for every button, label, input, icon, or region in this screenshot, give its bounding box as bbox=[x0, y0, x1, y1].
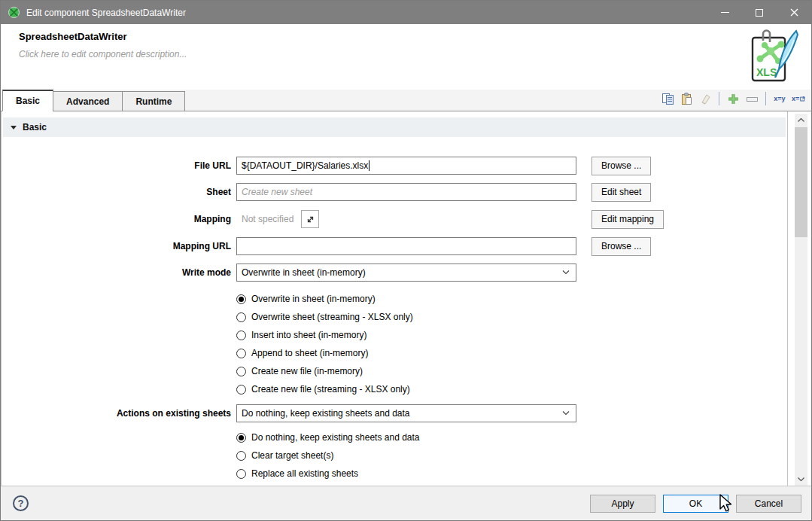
tab-strip: Basic Advanced Runtime bbox=[1, 90, 811, 111]
write-mode-option[interactable]: Create new file (in-memory) bbox=[236, 362, 787, 380]
write-mode-option[interactable]: Overwrite sheet (streaming - XLSX only) bbox=[236, 308, 787, 326]
file-url-label: File URL bbox=[2, 160, 231, 171]
edit-mapping-button[interactable]: Edit mapping bbox=[592, 210, 664, 229]
tab-basic[interactable]: Basic bbox=[2, 90, 53, 111]
basic-tab-panel: Basic File URL ${DATAOUT_DIR}/Salaries.x… bbox=[1, 111, 788, 487]
write-mode-dropdown[interactable]: Overwrite in sheet (in-memory) bbox=[236, 264, 576, 282]
export-value-icon[interactable]: x= bbox=[792, 92, 805, 105]
simple-value-icon[interactable]: x=y bbox=[773, 92, 786, 105]
actions-option[interactable]: Replace all existing sheets bbox=[236, 465, 787, 483]
mapping-url-label: Mapping URL bbox=[2, 241, 231, 251]
mapping-expand-button[interactable] bbox=[301, 210, 319, 228]
mapping-row: Mapping Not specified Edit mapping bbox=[2, 209, 787, 229]
write-mode-option[interactable]: Append to sheet (in-memory) bbox=[236, 344, 787, 362]
component-header: SpreadsheetDataWriter Click here to edit… bbox=[1, 24, 811, 90]
clover-app-icon bbox=[8, 6, 20, 19]
toolbar-separator bbox=[719, 92, 719, 105]
maximize-icon bbox=[756, 9, 763, 17]
actions-option[interactable]: Clear target sheet(s) bbox=[236, 446, 787, 465]
apply-button[interactable]: Apply bbox=[590, 495, 655, 513]
radio-icon bbox=[236, 312, 246, 322]
component-name: SpreadsheetDataWriter bbox=[19, 31, 127, 42]
ok-button[interactable]: OK bbox=[663, 495, 728, 513]
write-mode-label: Write mode bbox=[2, 267, 231, 278]
vertical-scrollbar[interactable] bbox=[795, 114, 807, 486]
maximize-button[interactable] bbox=[742, 1, 777, 24]
erase-icon[interactable] bbox=[698, 92, 712, 105]
radio-icon bbox=[236, 367, 246, 376]
radio-icon bbox=[236, 433, 246, 443]
dialog-footer: ? Apply OK Cancel bbox=[1, 486, 811, 520]
radio-icon bbox=[236, 451, 246, 461]
write-mode-option[interactable]: Insert into sheet (in-memory) bbox=[236, 326, 787, 344]
file-url-browse-button[interactable]: Browse ... bbox=[592, 157, 651, 175]
collapse-arrow-icon bbox=[11, 126, 17, 129]
tab-advanced[interactable]: Advanced bbox=[53, 91, 123, 111]
toolbar-separator bbox=[765, 92, 766, 105]
title-bar[interactable]: Edit component SpreadsheetDataWriter bbox=[1, 1, 811, 24]
mapping-url-input[interactable] bbox=[236, 237, 576, 255]
sheet-label: Sheet bbox=[2, 187, 231, 197]
actions-label: Actions on existing sheets bbox=[2, 408, 231, 419]
file-url-input[interactable]: ${DATAOUT_DIR}/Salaries.xlsx bbox=[236, 157, 576, 175]
write-mode-option[interactable]: Overwrite in sheet (in-memory) bbox=[236, 290, 787, 308]
scroll-down-icon[interactable] bbox=[795, 473, 807, 486]
radio-icon bbox=[236, 469, 246, 479]
cancel-button[interactable]: Cancel bbox=[736, 495, 801, 513]
edit-component-dialog: Edit component SpreadsheetDataWriter Spr… bbox=[0, 0, 812, 521]
remove-icon[interactable] bbox=[745, 92, 759, 105]
actions-option[interactable]: Do nothing, keep existing sheets and dat… bbox=[236, 428, 787, 446]
write-mode-row: Write mode Overwrite in sheet (in-memory… bbox=[2, 264, 787, 282]
component-description-placeholder[interactable]: Click here to edit component description… bbox=[19, 49, 187, 59]
close-icon bbox=[790, 8, 798, 17]
svg-text:XLS: XLS bbox=[756, 66, 777, 78]
help-button[interactable]: ? bbox=[13, 495, 29, 511]
chevron-down-icon bbox=[562, 411, 570, 416]
mapping-label: Mapping bbox=[2, 214, 231, 224]
actions-row: Actions on existing sheets Do nothing, k… bbox=[2, 404, 787, 422]
sheet-input[interactable]: Create new sheet bbox=[236, 183, 576, 201]
scroll-up-icon[interactable] bbox=[795, 114, 807, 126]
spreadsheet-writer-icon: XLS bbox=[742, 28, 801, 91]
section-header-basic[interactable]: Basic bbox=[3, 117, 786, 137]
edit-sheet-button[interactable]: Edit sheet bbox=[592, 183, 651, 202]
scrollbar-thumb[interactable] bbox=[795, 127, 807, 237]
file-url-row: File URL ${DATAOUT_DIR}/Salaries.xlsx Br… bbox=[2, 157, 787, 175]
paste-icon[interactable] bbox=[680, 92, 693, 105]
close-button[interactable] bbox=[777, 1, 811, 24]
properties-toolbar: x=y x= bbox=[661, 92, 805, 105]
text-caret bbox=[369, 160, 370, 171]
mapping-url-browse-button[interactable]: Browse ... bbox=[592, 237, 651, 256]
window-title: Edit component SpreadsheetDataWriter bbox=[26, 8, 186, 18]
mapping-value: Not specified bbox=[242, 214, 293, 224]
expand-icon bbox=[306, 215, 315, 224]
radio-icon bbox=[236, 349, 246, 358]
actions-dropdown[interactable]: Do nothing, keep existing sheets and dat… bbox=[236, 404, 576, 422]
radio-icon bbox=[236, 331, 246, 340]
basic-form: File URL ${DATAOUT_DIR}/Salaries.xlsx Br… bbox=[2, 157, 787, 483]
radio-icon bbox=[236, 294, 246, 304]
section-title: Basic bbox=[23, 122, 47, 133]
write-mode-option[interactable]: Create new file (streaming - XLSX only) bbox=[236, 380, 787, 398]
minimize-button[interactable] bbox=[707, 1, 742, 24]
copy-icon[interactable] bbox=[661, 92, 674, 105]
minimize-icon bbox=[721, 12, 729, 13]
radio-icon bbox=[236, 385, 246, 395]
add-icon[interactable] bbox=[726, 92, 740, 105]
chevron-down-icon bbox=[562, 270, 570, 275]
sheet-row: Sheet Create new sheet Edit sheet bbox=[2, 183, 787, 201]
mapping-url-row: Mapping URL Browse ... bbox=[2, 237, 787, 255]
tab-runtime[interactable]: Runtime bbox=[122, 91, 185, 111]
